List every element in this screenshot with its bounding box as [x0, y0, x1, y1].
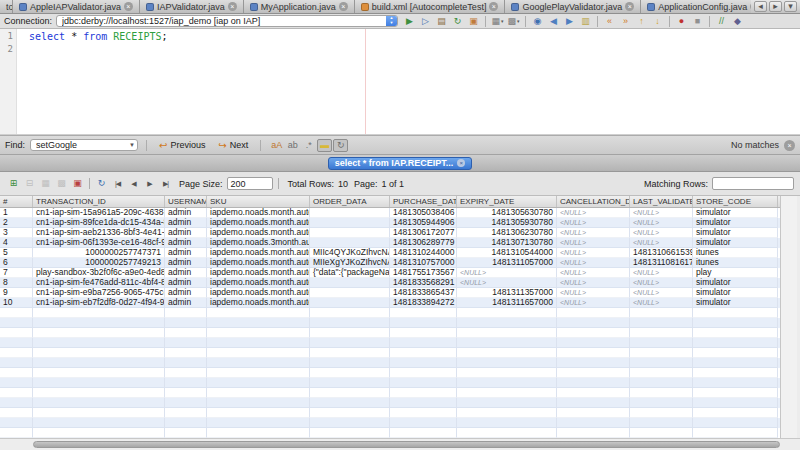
- vertical-scrollbar[interactable]: [780, 196, 797, 438]
- table-cell[interactable]: 1481306172077: [390, 228, 457, 238]
- column-header[interactable]: SKU: [207, 196, 310, 207]
- bookmark-icon[interactable]: ◆: [730, 15, 745, 28]
- table-cell[interactable]: cn1-iap-sim-15a961a5-209c-4638-9...: [33, 208, 165, 218]
- macro-record-icon[interactable]: ●: [674, 15, 689, 28]
- table-cell[interactable]: 1481310661539: [630, 248, 693, 258]
- table-cell[interactable]: 5: [0, 248, 33, 258]
- table-cell[interactable]: iapdemo.noads.month.auto: [207, 228, 310, 238]
- move-line-up-icon[interactable]: ↑: [634, 15, 649, 28]
- table-cell[interactable]: 1481311357000: [457, 288, 557, 298]
- paste-format-icon[interactable]: ▩▾: [506, 15, 521, 28]
- find-next-occurrence-icon[interactable]: ▶: [562, 15, 577, 28]
- table-cell[interactable]: cn1-iap-sim-e9ba7256-9065-475c-9...: [33, 288, 165, 298]
- toggle-comment-icon[interactable]: //: [714, 15, 729, 28]
- table-cell[interactable]: cn1-iap-sim-06f1393e-ce16-48cf-91...: [33, 238, 165, 248]
- first-page-icon[interactable]: |◀: [110, 177, 125, 190]
- tab-close-icon[interactable]: ×: [124, 2, 133, 11]
- table-cell[interactable]: 3: [0, 228, 33, 238]
- table-cell[interactable]: admin: [165, 238, 207, 248]
- editor-tab[interactable]: GooglePlayValidator.java×: [505, 0, 641, 13]
- table-cell[interactable]: admin: [165, 228, 207, 238]
- table-cell[interactable]: iapdemo.noads.month.auto: [207, 248, 310, 258]
- find-previous-button[interactable]: ↩ Previous: [155, 138, 209, 152]
- highlight-results-icon[interactable]: ▬: [317, 139, 332, 152]
- table-cell[interactable]: <NULL>: [630, 298, 693, 308]
- tab-close-icon[interactable]: ×: [489, 2, 498, 11]
- table-cell[interactable]: <NULL>: [557, 248, 630, 258]
- find-next-button[interactable]: ↪ Next: [214, 138, 252, 152]
- tab-list-icon[interactable]: ▾: [784, 1, 797, 12]
- table-cell[interactable]: {"data":{"packageNam...: [310, 268, 390, 278]
- table-cell[interactable]: 1000000257749213: [33, 258, 165, 268]
- table-cell[interactable]: [310, 208, 390, 218]
- table-cell[interactable]: 1481833894272: [390, 298, 457, 308]
- table-cell[interactable]: cn1-iap-sim-aeb21336-8bf3-4e41-b...: [33, 228, 165, 238]
- previous-page-icon[interactable]: ◀: [126, 177, 141, 190]
- last-page-icon[interactable]: ▶|: [158, 177, 173, 190]
- editor-tab[interactable]: AppleIAPValidator.java×: [13, 0, 140, 13]
- editor-tab[interactable]: IAPValidator.java×: [140, 0, 244, 13]
- column-header[interactable]: TRANSACTION_ID: [33, 196, 165, 207]
- insert-code-icon[interactable]: ▦▾: [490, 15, 505, 28]
- table-cell[interactable]: <NULL>: [630, 218, 693, 228]
- wrap-around-icon[interactable]: ↻: [333, 139, 348, 152]
- shift-line-left-icon[interactable]: «: [602, 15, 617, 28]
- table-cell[interactable]: 1481311081617: [630, 258, 693, 268]
- find-selection-icon[interactable]: ◉: [530, 15, 545, 28]
- table-cell[interactable]: MIIeXgYJKoZIhvcNAQc...: [310, 258, 390, 268]
- table-cell[interactable]: iapdemo.noads.3month.auto: [207, 238, 310, 248]
- table-cell[interactable]: <NULL>: [630, 278, 693, 288]
- table-cell[interactable]: admin: [165, 218, 207, 228]
- table-cell[interactable]: <NULL>: [630, 268, 693, 278]
- table-cell[interactable]: 7: [0, 268, 33, 278]
- table-cell[interactable]: 1481306289779: [390, 238, 457, 248]
- table-cell[interactable]: 1481305038406: [390, 208, 457, 218]
- shift-line-right-icon[interactable]: »: [618, 15, 633, 28]
- table-cell[interactable]: [310, 278, 390, 288]
- close-find-bar-icon[interactable]: ×: [784, 140, 795, 151]
- table-cell[interactable]: <NULL>: [630, 238, 693, 248]
- table-cell[interactable]: MIIc4QYJKoZIhvcNAQc...: [310, 248, 390, 258]
- table-cell[interactable]: admin: [165, 268, 207, 278]
- column-header[interactable]: LAST_VALIDATED: [630, 196, 693, 207]
- table-cell[interactable]: play-sandbox-3b2f0f6c-a9e0-4ed8-b...: [33, 268, 165, 278]
- table-cell[interactable]: 1: [0, 208, 33, 218]
- table-cell[interactable]: 4: [0, 238, 33, 248]
- table-cell[interactable]: simulator: [693, 278, 778, 288]
- table-cell[interactable]: cn1-iap-sim-fe476add-811c-4bf4-84...: [33, 278, 165, 288]
- table-cell[interactable]: 1000000257747371: [33, 248, 165, 258]
- column-header[interactable]: ORDER_DATA: [310, 196, 390, 207]
- cancel-edits-icon[interactable]: ▩: [54, 177, 69, 190]
- connection-combobox[interactable]: jdbc:derby://localhost:1527/iap_demo [ia…: [56, 15, 398, 27]
- table-cell[interactable]: 9: [0, 288, 33, 298]
- table-cell[interactable]: 1481310757000: [390, 258, 457, 268]
- find-input[interactable]: setGoogle ▼: [30, 139, 138, 151]
- sql-history-icon[interactable]: ▤: [434, 15, 449, 28]
- editor-tab[interactable]: build.xml [AutocompleteTest]×: [355, 0, 506, 13]
- table-cell[interactable]: iapdemo.noads.month.auto: [207, 298, 310, 308]
- whole-words-icon[interactable]: ab: [285, 139, 300, 152]
- table-cell[interactable]: admin: [165, 248, 207, 258]
- sql-editor[interactable]: 12 select * from RECEIPTS;: [0, 29, 800, 135]
- table-cell[interactable]: [310, 298, 390, 308]
- table-cell[interactable]: 2: [0, 218, 33, 228]
- delete-record-icon[interactable]: ⊟: [22, 177, 37, 190]
- table-cell[interactable]: 1481310244000: [390, 248, 457, 258]
- table-cell[interactable]: <NULL>: [457, 278, 557, 288]
- run-current-statement-icon[interactable]: ▷: [418, 15, 433, 28]
- column-header[interactable]: CANCELLATION_DATE: [557, 196, 630, 207]
- horizontal-scrollbar[interactable]: [0, 438, 800, 450]
- column-header[interactable]: USERNAME: [165, 196, 207, 207]
- table-cell[interactable]: 1481755173567: [390, 268, 457, 278]
- combo-stepper-icon[interactable]: ▲▼: [386, 15, 397, 27]
- table-cell[interactable]: iapdemo.noads.month.auto: [207, 208, 310, 218]
- scroll-tabs-right-icon[interactable]: ▸: [769, 1, 782, 12]
- table-cell[interactable]: admin: [165, 288, 207, 298]
- tab-close-icon[interactable]: ×: [339, 2, 348, 11]
- table-cell[interactable]: simulator: [693, 218, 778, 228]
- column-header[interactable]: PURCHASE_DATE: [390, 196, 457, 207]
- refresh-records-icon[interactable]: ↻: [94, 177, 109, 190]
- table-cell[interactable]: iapdemo.noads.month.auto: [207, 218, 310, 228]
- table-cell[interactable]: simulator: [693, 208, 778, 218]
- table-cell[interactable]: simulator: [693, 298, 778, 308]
